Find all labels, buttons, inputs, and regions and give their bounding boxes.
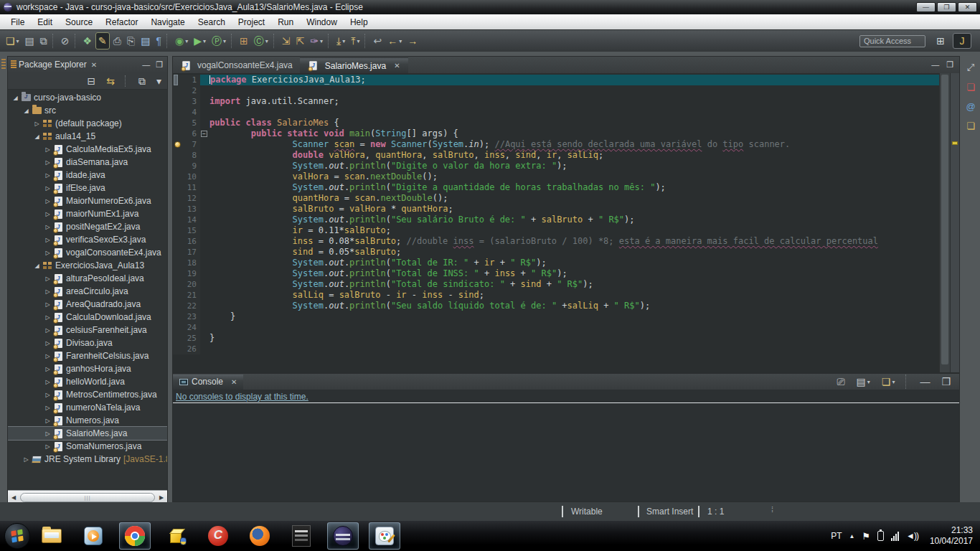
- tree-item-metroscentimetros-java[interactable]: ▷MetrosCentimetros.java: [8, 388, 167, 401]
- expand-arrow-icon[interactable]: ▷: [43, 185, 52, 192]
- expand-arrow-icon[interactable]: ▷: [43, 288, 52, 295]
- editor-tab-vogalconsoanteex4-java[interactable]: vogalConsoanteEx4.java: [173, 57, 300, 73]
- start-button[interactable]: [4, 523, 30, 549]
- java-perspective-button[interactable]: J: [953, 33, 971, 49]
- tree-item-somanumeros-java[interactable]: ▷SomaNumeros.java: [8, 440, 167, 453]
- taskbar-ccleaner-button[interactable]: [202, 522, 234, 550]
- taskbar-windows-explorer-button[interactable]: [36, 522, 67, 550]
- expand-arrow-icon[interactable]: ▷: [43, 159, 52, 166]
- annotate-dropdown-icon[interactable]: ▾: [320, 38, 323, 44]
- code-line-9[interactable]: 9 System.out.println("Digite o valor da …: [173, 161, 939, 171]
- minimize-console-button[interactable]: —: [918, 373, 932, 390]
- scroll-right-icon[interactable]: ▶: [156, 494, 167, 501]
- code-line-25[interactable]: 25}: [173, 333, 939, 344]
- open-type-button[interactable]: ⎘: [125, 32, 137, 50]
- tree-item-verificasexoex3-java[interactable]: ▷verificaSexoEx3.java: [8, 233, 167, 246]
- code-line-11[interactable]: 11 System.out.println("Digite a quantida…: [173, 182, 939, 193]
- expand-arrow-icon[interactable]: ▷: [43, 301, 52, 308]
- menu-navigate[interactable]: Navigate: [144, 16, 191, 29]
- menu-source[interactable]: Source: [59, 16, 99, 29]
- code-line-18[interactable]: 18 System.out.println("Total de IR: " + …: [173, 258, 939, 268]
- expand-arrow-icon[interactable]: ▷: [43, 392, 52, 398]
- previous-annotation-dropdown-icon[interactable]: ▾: [357, 38, 359, 44]
- code-line-23[interactable]: 23 }: [173, 311, 939, 322]
- code-area[interactable]: 1package ExerciciosJava_Aula13;23import …: [173, 73, 939, 372]
- code-line-21[interactable]: 21 salLiq = salBruto - ir - inss - sind;: [173, 290, 939, 301]
- scrollbar-thumb[interactable]: |||: [20, 493, 155, 502]
- code-line-7[interactable]: 7 Scanner scan = new Scanner(System.in);…: [173, 139, 939, 150]
- tree-item-maiornumeroex6-java[interactable]: ▷MaiorNumeroEx6.java: [8, 194, 167, 207]
- next-annotation-dropdown-icon[interactable]: ▾: [342, 38, 345, 44]
- minimize-button[interactable]: —: [916, 2, 936, 12]
- show-whitespace-button[interactable]: ¶: [154, 32, 164, 50]
- run-dropdown-icon[interactable]: ▾: [203, 38, 206, 44]
- quick-access-box[interactable]: Quick Access: [859, 35, 925, 47]
- action-center-icon[interactable]: ⚑: [862, 531, 870, 542]
- restore-views-button[interactable]: ⤢: [967, 62, 974, 73]
- next-annotation-button[interactable]: ⤓▾: [334, 32, 347, 50]
- save-all-button[interactable]: ⧉: [38, 32, 50, 50]
- code-line-5[interactable]: 5public class SalarioMes {: [173, 118, 939, 128]
- tree-item-src[interactable]: ◢src: [8, 104, 167, 117]
- code-line-14[interactable]: 14 System.out.println("Seu salário Bruto…: [173, 215, 939, 225]
- expand-arrow-icon[interactable]: ▷: [43, 418, 52, 424]
- battery-icon[interactable]: [877, 531, 884, 541]
- expand-arrow-icon[interactable]: ▷: [43, 430, 52, 437]
- link-with-editor-button[interactable]: ⇆: [104, 72, 117, 90]
- tree-item-aula14-15[interactable]: ◢aula14_15: [8, 130, 167, 143]
- volume-icon[interactable]: ◄)): [906, 531, 918, 541]
- tree-item-numeros-java[interactable]: ▷Numeros.java: [8, 414, 167, 427]
- package-explorer-title[interactable]: Package Explorer: [19, 60, 87, 70]
- tree-item-vogalconsoanteex4-java[interactable]: ▷vogalConsoanteEx4.java: [8, 246, 167, 259]
- back-dropdown-icon[interactable]: ▾: [399, 38, 402, 44]
- code-line-22[interactable]: 22 System.out.println("Seu saldo líquido…: [173, 301, 939, 311]
- code-line-2[interactable]: 2: [173, 85, 939, 96]
- scrollbar-thumb[interactable]: [941, 75, 948, 364]
- tree-item-curso-java-basico[interactable]: ◢curso-java-basico: [8, 91, 167, 104]
- editor-vertical-scrollbar[interactable]: [939, 73, 950, 372]
- expand-arrow-icon[interactable]: ▷: [43, 198, 52, 204]
- code-line-26[interactable]: 26: [173, 344, 939, 354]
- profile-button[interactable]: Ⓟ▾: [209, 32, 228, 50]
- export-button[interactable]: ⇱: [294, 32, 307, 50]
- code-line-19[interactable]: 19 System.out.println("Total de INSS: " …: [173, 268, 939, 279]
- code-line-15[interactable]: 15 ir = 0.11*salBruto;: [173, 225, 939, 236]
- declaration-view-button[interactable]: ❏: [966, 121, 975, 131]
- expand-arrow-icon[interactable]: ▷: [43, 327, 52, 334]
- tree-item-salariomes-java[interactable]: ▷SalarioMes.java: [8, 427, 167, 440]
- tree-item-idade-java[interactable]: ▷idade.java: [8, 169, 167, 182]
- expand-arrow-icon[interactable]: ▷: [43, 146, 52, 153]
- open-resource-button[interactable]: ▤: [138, 32, 152, 50]
- code-line-16[interactable]: 16 inss = 0.08*salBruto; //double inss =…: [173, 236, 939, 247]
- highlighter-button[interactable]: ✎: [95, 32, 110, 50]
- close-view-icon[interactable]: ✕: [91, 61, 97, 69]
- new-java-class-dropdown-icon[interactable]: ▾: [265, 38, 268, 44]
- code-line-3[interactable]: 3import java.util.Scanner;: [173, 96, 939, 107]
- expand-arrow-icon[interactable]: ▷: [43, 211, 52, 217]
- last-edit-location-button[interactable]: ↩: [371, 32, 384, 50]
- language-indicator[interactable]: PT: [831, 531, 842, 541]
- editor-body[interactable]: 1package ExerciciosJava_Aula13;23import …: [173, 73, 959, 372]
- expand-arrow-icon[interactable]: ▷: [43, 276, 52, 282]
- back-button[interactable]: ←▾: [385, 32, 404, 50]
- code-line-4[interactable]: 4: [173, 107, 939, 118]
- show-hidden-icons-icon[interactable]: ▲: [849, 533, 854, 540]
- task-list-view-button[interactable]: ❏: [966, 82, 975, 93]
- tree-item-ganhoshora-java[interactable]: ▷ganhosHora.java: [8, 362, 167, 375]
- tree-item-ifelse-java[interactable]: ▷ifElse.java: [8, 182, 167, 194]
- expand-arrow-icon[interactable]: ◢: [32, 133, 42, 140]
- menu-project[interactable]: Project: [232, 16, 271, 29]
- open-console-button[interactable]: ⎚: [834, 373, 847, 390]
- skip-breakpoints-button[interactable]: ⊘: [59, 32, 72, 50]
- taskbar-google-chrome-button[interactable]: [119, 522, 151, 550]
- tree-item-divisao-java[interactable]: ▷Divisao.java: [8, 336, 167, 349]
- expand-arrow-icon[interactable]: ▷: [43, 405, 52, 411]
- screenshot-button[interactable]: ⎙: [111, 32, 123, 50]
- tree-item-calculamediaex5-java[interactable]: ▷CalculaMediaEx5.java: [8, 143, 167, 156]
- collapse-all-button[interactable]: ⊟: [85, 72, 98, 90]
- expand-arrow-icon[interactable]: ▷: [43, 250, 52, 256]
- expand-arrow-icon[interactable]: ▷: [43, 443, 52, 450]
- menu-run[interactable]: Run: [271, 16, 300, 29]
- menu-window[interactable]: Window: [300, 16, 344, 29]
- code-line-8[interactable]: 8 double valHora, quantHora, salBruto, i…: [173, 150, 939, 161]
